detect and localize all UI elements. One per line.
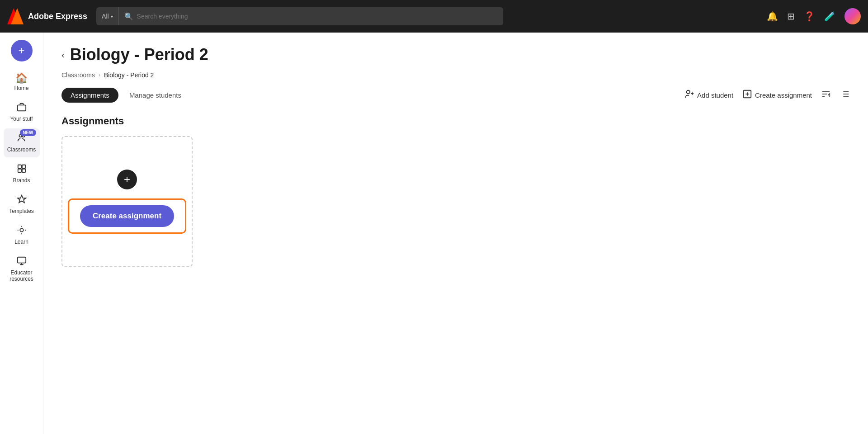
new-badge: NEW: [20, 129, 36, 136]
sidebar-item-learn[interactable]: Learn: [4, 221, 40, 250]
svg-rect-2: [17, 105, 25, 111]
assignments-grid: + Create assignment: [61, 136, 850, 267]
sidebar-educator-resources-label: Educator resources: [7, 269, 36, 282]
breadcrumb-current: Biology - Period 2: [104, 71, 154, 79]
sidebar-home-label: Home: [14, 85, 28, 91]
add-student-label: Add student: [697, 91, 733, 99]
tab-assignments[interactable]: Assignments: [61, 88, 118, 103]
sort-button[interactable]: [821, 89, 831, 101]
create-assignment-card[interactable]: + Create assignment: [61, 136, 193, 267]
logo-area: Adobe Express: [7, 8, 87, 24]
sidebar-item-home[interactable]: 🏠 Home: [4, 69, 40, 96]
sidebar-item-your-stuff[interactable]: Your stuff: [4, 98, 40, 127]
svg-rect-8: [22, 169, 25, 172]
sidebar-brands-label: Brands: [13, 177, 30, 184]
apps-icon-button[interactable]: ⊞: [787, 11, 795, 22]
educator-resources-icon: [17, 256, 27, 268]
avatar[interactable]: [844, 8, 861, 24]
create-assignment-card-button[interactable]: Create assignment: [80, 205, 174, 227]
sidebar-templates-label: Templates: [9, 208, 34, 214]
sidebar: + 🏠 Home Your stuff Classrooms NEW Brand…: [0, 33, 43, 434]
create-assignment-card-inner: Create assignment: [68, 198, 186, 234]
search-icon: 🔍: [124, 12, 133, 21]
tabs-actions-row: Assignments Manage students Add student …: [61, 88, 850, 103]
page-title: Biology - Period 2: [70, 45, 208, 64]
chevron-down-icon: ▾: [111, 14, 113, 19]
svg-point-9: [20, 228, 23, 231]
flask-icon-button[interactable]: 🧪: [824, 11, 835, 22]
tab-manage-students[interactable]: Manage students: [120, 88, 190, 103]
create-assignment-header-button[interactable]: Create assignment: [742, 89, 812, 101]
create-fab-button[interactable]: +: [11, 40, 33, 61]
app-name: Adobe Express: [28, 12, 87, 21]
templates-icon: [17, 194, 27, 206]
sidebar-item-templates[interactable]: Templates: [4, 190, 40, 219]
brands-icon: [17, 164, 27, 175]
folder-icon: [17, 102, 27, 114]
breadcrumb-classrooms[interactable]: Classrooms: [61, 71, 95, 79]
search-input-area: 🔍: [119, 12, 503, 21]
sidebar-item-classrooms[interactable]: Classrooms NEW: [4, 128, 40, 157]
create-assignment-icon: [742, 89, 752, 101]
top-navigation: Adobe Express All ▾ 🔍 🔔 ⊞ ❓ 🧪: [0, 0, 868, 33]
sidebar-learn-label: Learn: [14, 239, 28, 245]
home-icon: 🏠: [15, 73, 28, 83]
bell-icon-button[interactable]: 🔔: [767, 11, 778, 22]
add-student-icon: [684, 89, 694, 101]
sidebar-your-stuff-label: Your stuff: [10, 116, 33, 122]
learn-icon: [17, 225, 27, 237]
back-button[interactable]: ‹: [61, 50, 65, 60]
header-actions: Add student Create assignment: [684, 89, 850, 101]
search-input[interactable]: [137, 13, 498, 20]
svg-rect-5: [18, 165, 21, 168]
list-view-button[interactable]: [840, 89, 850, 101]
tab-group: Assignments Manage students: [61, 88, 190, 103]
help-icon-button[interactable]: ❓: [804, 11, 815, 22]
search-filter-dropdown[interactable]: All ▾: [96, 7, 119, 25]
sidebar-item-brands[interactable]: Brands: [4, 159, 40, 188]
svg-point-11: [687, 90, 690, 94]
svg-rect-7: [18, 169, 21, 172]
search-bar[interactable]: All ▾ 🔍: [96, 7, 503, 25]
page-header: ‹ Biology - Period 2: [61, 45, 850, 64]
search-filter-label: All: [102, 13, 109, 20]
add-student-button[interactable]: Add student: [684, 89, 733, 101]
breadcrumb-separator: ›: [99, 72, 100, 78]
svg-rect-10: [17, 257, 25, 263]
svg-rect-6: [22, 165, 25, 168]
assignments-section-title: Assignments: [61, 115, 850, 127]
main-layout: + 🏠 Home Your stuff Classrooms NEW Brand…: [0, 33, 868, 434]
sidebar-classrooms-label: Classrooms: [7, 146, 36, 153]
sidebar-item-educator-resources[interactable]: Educator resources: [4, 251, 40, 287]
add-circle-icon: +: [117, 170, 137, 189]
create-assignment-header-label: Create assignment: [755, 91, 812, 99]
main-content: ‹ Biology - Period 2 Classrooms › Biolog…: [43, 33, 868, 434]
breadcrumb: Classrooms › Biology - Period 2: [61, 71, 850, 79]
adobe-logo-icon: [7, 8, 24, 24]
nav-icons-group: 🔔 ⊞ ❓ 🧪: [767, 8, 861, 24]
